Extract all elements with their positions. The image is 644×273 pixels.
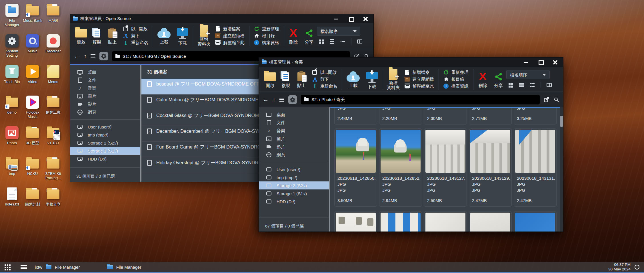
photo-cell-partial[interactable]: 9.JPGJPG3.25MB	[514, 107, 557, 124]
path-field[interactable]: S2: / Photo / 奇美	[301, 95, 540, 104]
copy-button[interactable]: 複製	[89, 25, 105, 47]
edit-path-button[interactable]	[544, 97, 549, 102]
minimize-button[interactable]	[333, 16, 339, 21]
root-button[interactable]: 根目錄	[254, 33, 279, 38]
sidebar-item-desktop[interactable]: 桌面	[259, 111, 330, 119]
photo-cell-partial[interactable]	[334, 211, 377, 232]
maximize-button[interactable]	[538, 60, 543, 64]
up-button[interactable]: ↑	[273, 97, 275, 102]
desktop-icon-video[interactable]: Video	[22, 65, 43, 95]
desktop-icon-holodex-music[interactable]: Holodex Music	[22, 95, 43, 126]
view-detail-button[interactable]	[530, 83, 535, 87]
create-archive-button[interactable]: 建立壓縮檔	[215, 33, 245, 38]
view-list-button[interactable]	[329, 39, 335, 44]
desktop-icon-notes-txt[interactable]: notes.txt	[2, 187, 22, 218]
maximize-button[interactable]	[348, 16, 353, 21]
sidebar-item-drive-1[interactable]: tmp (tmp:/)	[70, 131, 141, 139]
back-button[interactable]: ←	[263, 97, 269, 102]
photo-cell[interactable]: 20230618_143131.JPGJPG2.47MB	[514, 128, 557, 207]
share-button[interactable]: 分享	[491, 68, 506, 90]
desktop-icon-magi[interactable]: MAGI	[43, 3, 63, 34]
sidebar-item-videos[interactable]: 影片	[259, 143, 330, 151]
new-folder-button[interactable]: 新增 資料夾	[385, 68, 401, 90]
view-dual-pane-button[interactable]	[357, 39, 362, 44]
photo-cell-partial[interactable]	[379, 211, 422, 232]
sidebar-item-music[interactable]: ♪音樂	[70, 84, 141, 92]
download-button[interactable]: 下載	[173, 25, 192, 47]
new-file-button[interactable]: 新增檔案	[215, 26, 245, 31]
refresh-button[interactable]: 重新整理	[254, 26, 279, 31]
paste-button[interactable]: 貼上	[105, 25, 120, 47]
share-button[interactable]: 分享	[301, 25, 317, 47]
photo-cell[interactable]: 20230618_143127.JPGJPG2.50MB	[424, 128, 467, 207]
new-folder-button[interactable]: 新增 資料夾	[196, 25, 212, 47]
taskbar-menu-button[interactable]	[21, 265, 27, 269]
photo-cell-partial[interactable]	[514, 211, 557, 232]
view-detail-button[interactable]	[340, 39, 345, 44]
file-info-button[interactable]: i 檔案資訊	[254, 40, 279, 45]
photo-cell-partial[interactable]: 1.JPGJPG2.20MB	[379, 107, 422, 124]
sidebar-item-drive-3[interactable]: Storage 1 (S1:/)	[259, 189, 330, 197]
photo-cell[interactable]: 20230618_143129.JPGJPG2.47MB	[469, 128, 512, 207]
desktop-icon-stem-kit-packag-[interactable]: STEM Kit Packag...	[43, 157, 63, 187]
menu-button[interactable]	[91, 54, 95, 58]
close-button[interactable]	[553, 60, 558, 64]
sidebar-item-desktop[interactable]: 桌面	[70, 68, 141, 76]
desktop-icon-recorder[interactable]: Recorder	[43, 34, 63, 65]
desktop-icon-trash-bin[interactable]: Trash Bin	[2, 65, 22, 95]
photo-cell-partial[interactable]	[469, 211, 512, 232]
photo-cell-partial[interactable]	[424, 211, 467, 232]
titlebar[interactable]: 檔案管理員 - Open Source	[70, 14, 373, 23]
desktop-icon-學校分享[interactable]: 學校分享	[43, 187, 63, 218]
refresh-button[interactable]: 重新整理	[443, 70, 469, 75]
titlebar[interactable]: 檔案管理員 - 奇美	[259, 58, 563, 67]
back-button[interactable]: ←	[74, 53, 80, 59]
sidebar-item-documents[interactable]: 文件	[259, 119, 330, 127]
sidebar-item-web[interactable]: 網頁	[259, 151, 330, 159]
paste-button[interactable]: 貼上	[294, 68, 309, 90]
new-file-button[interactable]: 新增檔案	[405, 70, 434, 75]
copy-button[interactable]: 複製	[278, 68, 294, 90]
scrollbar-thumb[interactable]	[560, 116, 563, 127]
sidebar-item-videos[interactable]: 影片	[70, 100, 141, 108]
sort-order-dropdown[interactable]: 檔名順序	[317, 27, 360, 36]
sidebar-item-documents[interactable]: 文件	[70, 76, 141, 84]
desktop-icon-創客工廠[interactable]: 創客工廠	[43, 95, 63, 126]
desktop-icon-music-bank[interactable]: Music Bank	[22, 3, 43, 34]
rename-button[interactable]: I 重新命名	[312, 83, 337, 89]
sidebar-item-drive-2[interactable]: Storage 2 (S2:/)	[70, 139, 141, 147]
upload-button[interactable]: 上載	[155, 25, 173, 47]
desktop-icon-memo[interactable]: Memo	[43, 65, 63, 95]
upload-button[interactable]: 上載	[344, 68, 362, 90]
settings-gear-button[interactable]	[99, 52, 108, 60]
sidebar-item-drive-4[interactable]: HDD (D:/)	[70, 155, 141, 163]
view-list-button[interactable]	[519, 83, 524, 87]
desktop-icon-v1-130[interactable]: v1.130	[43, 126, 63, 157]
sidebar-item-music[interactable]: ♪音樂	[259, 127, 330, 135]
open-button[interactable]: 開啟	[262, 68, 278, 90]
photo-cell-partial[interactable]: 8.JPGJPG2.71MB	[469, 107, 512, 124]
open-with-button[interactable]: 以...開啟	[312, 70, 337, 75]
sidebar-item-drive-0[interactable]: User (user:/)	[70, 123, 141, 131]
desktop-icon-photo[interactable]: Photo	[2, 126, 22, 157]
open-button[interactable]: 開啟	[73, 25, 89, 47]
open-with-button[interactable]: 以...開啟	[123, 26, 148, 31]
sidebar-item-pictures[interactable]: 圖片	[70, 92, 141, 100]
view-dual-pane-button[interactable]	[547, 83, 552, 87]
root-button[interactable]: 根目錄	[443, 76, 469, 82]
desktop-icon-music[interactable]: ♪Music	[22, 34, 43, 65]
extract-here-button[interactable]: 解壓縮至此	[215, 40, 245, 45]
photo-cell[interactable]: 20230618_142852.JPGJPG2.94MB	[379, 128, 422, 207]
up-button[interactable]: ↑	[84, 53, 87, 59]
sidebar-item-drive-1[interactable]: tmp (tmp:/)	[259, 173, 330, 181]
delete-button[interactable]: X 刪除	[475, 68, 491, 90]
desktop-icon-ncku[interactable]: NCKU	[22, 157, 43, 187]
rename-button[interactable]: I 重新命名	[123, 40, 148, 45]
sidebar-item-web[interactable]: 網頁	[70, 108, 141, 116]
photo-cell-partial[interactable]: 2.JPGJPG2.30MB	[424, 107, 467, 124]
view-grid-button[interactable]	[508, 83, 513, 87]
app-launcher-button[interactable]	[0, 262, 14, 272]
sidebar-item-drive-3[interactable]: Storage 1 (S1:/)	[70, 147, 141, 155]
photo-cell[interactable]: 20230618_142850.JPGJPG3.50MB	[334, 128, 377, 207]
desktop-icon-tmp[interactable]: tmp	[2, 157, 22, 187]
